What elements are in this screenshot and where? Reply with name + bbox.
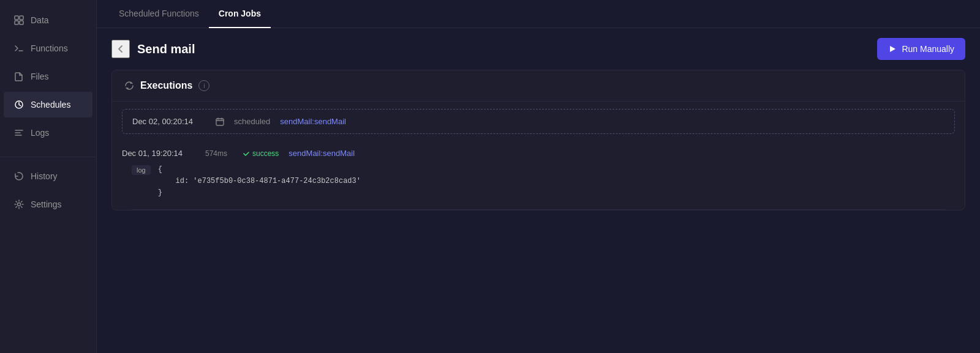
sidebar-item-logs[interactable]: Logs xyxy=(4,120,92,146)
sidebar-item-data[interactable]: Data xyxy=(4,7,92,33)
back-button[interactable] xyxy=(111,40,130,58)
refresh-icon xyxy=(124,81,134,91)
svg-rect-2 xyxy=(15,21,18,24)
sidebar-item-schedules-label: Schedules xyxy=(31,100,70,110)
sidebar-item-functions[interactable]: Functions xyxy=(4,35,92,61)
functions-icon xyxy=(13,43,24,54)
completed-func-link[interactable]: sendMail:sendMail xyxy=(288,149,355,158)
tab-cron-jobs[interactable]: Cron Jobs xyxy=(209,0,271,28)
pending-status: scheduled xyxy=(234,117,270,126)
completed-status: success xyxy=(243,149,279,158)
completed-timestamp: Dec 01, 19:20:14 xyxy=(122,149,195,158)
history-icon xyxy=(13,171,24,182)
log-badge: log xyxy=(132,165,151,175)
svg-rect-7 xyxy=(216,119,224,125)
svg-marker-6 xyxy=(890,46,895,52)
sidebar-item-history[interactable]: History xyxy=(4,163,92,189)
executions-section: Executions i Dec 02, 00:20:14 scheduled … xyxy=(111,70,965,210)
play-icon xyxy=(888,45,897,53)
run-manually-button[interactable]: Run Manually xyxy=(877,38,965,60)
svg-rect-0 xyxy=(15,16,18,20)
sidebar-item-schedules[interactable]: Schedules xyxy=(4,92,92,117)
log-divider xyxy=(132,209,945,210)
sidebar-item-settings[interactable]: Settings xyxy=(4,191,92,217)
sidebar-item-files[interactable]: Files xyxy=(4,64,92,89)
sidebar-item-data-label: Data xyxy=(31,15,49,25)
calendar-icon xyxy=(216,117,224,126)
tabs-bar: Scheduled Functions Cron Jobs xyxy=(97,0,980,28)
execution-row-header: Dec 01, 19:20:14 574ms success sendMail:… xyxy=(122,149,955,164)
svg-point-5 xyxy=(18,203,21,206)
svg-rect-3 xyxy=(20,21,23,24)
tab-scheduled-functions[interactable]: Scheduled Functions xyxy=(109,0,209,28)
sidebar-item-files-label: Files xyxy=(31,72,49,81)
executions-title: Executions xyxy=(140,80,192,91)
content-area: Executions i Dec 02, 00:20:14 scheduled … xyxy=(97,70,980,353)
sidebar-divider xyxy=(0,157,96,162)
execution-pending-row: Dec 02, 00:20:14 scheduled sendMail:send… xyxy=(122,109,955,134)
main-content: Scheduled Functions Cron Jobs Send mail … xyxy=(97,0,980,353)
files-icon xyxy=(13,71,24,82)
executions-header: Executions i xyxy=(112,70,965,102)
completed-duration: 574ms xyxy=(205,149,233,158)
sidebar-item-logs-label: Logs xyxy=(31,128,49,138)
page-header: Send mail Run Manually xyxy=(97,28,980,70)
svg-rect-1 xyxy=(20,16,23,20)
sidebar-item-history-label: History xyxy=(31,171,58,181)
execution-completed-row: Dec 01, 19:20:14 574ms success sendMail:… xyxy=(112,141,965,210)
logs-icon xyxy=(13,127,24,138)
sidebar: Data Functions Files Schedules xyxy=(0,0,97,353)
settings-icon xyxy=(13,199,24,210)
pending-timestamp: Dec 02, 00:20:14 xyxy=(132,117,206,126)
pending-func-link[interactable]: sendMail:sendMail xyxy=(280,117,346,126)
log-block: log { id: 'e735f5b0-0c38-4871-a477-24c3b… xyxy=(132,164,945,199)
sidebar-item-settings-label: Settings xyxy=(31,199,62,209)
schedules-icon xyxy=(13,99,24,110)
page-title: Send mail xyxy=(137,42,870,56)
sidebar-item-functions-label: Functions xyxy=(31,43,68,53)
data-icon xyxy=(13,15,24,26)
info-icon[interactable]: i xyxy=(198,80,209,91)
log-code: { id: 'e735f5b0-0c38-4871-a477-24c3b2c8c… xyxy=(158,164,361,199)
